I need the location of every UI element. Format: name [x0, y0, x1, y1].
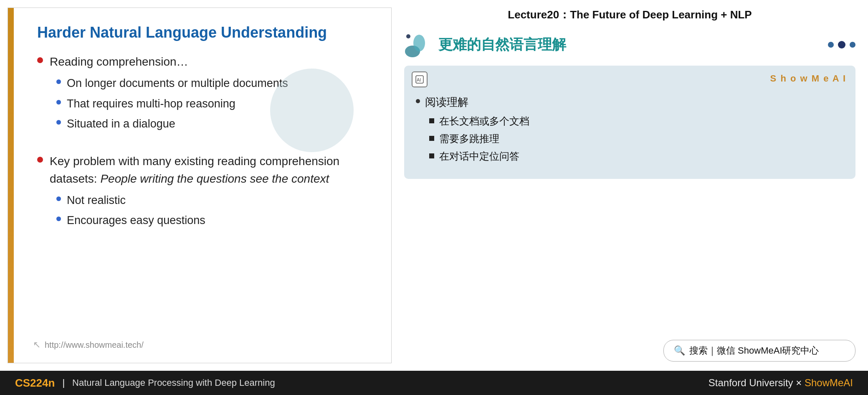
card-bullet-dot	[416, 99, 420, 103]
nav-dots	[828, 41, 855, 48]
nav-dot-1	[828, 42, 834, 48]
circle-decoration	[270, 69, 354, 152]
card-sub-square-3	[429, 153, 434, 158]
sub-text-2-1: Not realistic	[67, 192, 126, 209]
card-sub-1: 在长文档或多个文档	[429, 115, 844, 128]
svg-point-2	[406, 34, 410, 38]
footer-url: http://www.showmeai.tech/	[45, 340, 144, 350]
card-sub-text-1: 在长文档或多个文档	[439, 115, 529, 128]
sub-text-1-3: Situated in a dialogue	[67, 115, 175, 133]
course-subtitle: Natural Language Processing with Deep Le…	[72, 377, 275, 388]
slide-title: Harder Natural Language Understanding	[37, 24, 371, 41]
sub-text-1-2: That requires multi-hop reasoning	[67, 95, 235, 112]
search-box-area: 🔍 搜索｜微信 ShowMeAI研究中心	[404, 340, 855, 362]
sub-bullet-2-1: Not realistic	[56, 192, 371, 209]
cursor-icon: ↖	[33, 339, 40, 350]
x-symbol: ×	[796, 377, 805, 388]
card-brand-label: S h o w M e A I	[770, 73, 846, 84]
wave-icon	[404, 31, 431, 58]
sub-text-2-2: Encourages easy questions	[67, 212, 205, 229]
card-sub-text-2: 需要多跳推理	[439, 132, 499, 145]
sub-bullet-2-2: Encourages easy questions	[56, 212, 371, 229]
sub-dot-1-2	[56, 100, 61, 104]
bullet-dot-red-1	[37, 57, 43, 63]
card-sub-bullets: 在长文档或多个文档 需要多跳推理 在对话中定位问答	[429, 115, 844, 163]
search-placeholder-text: 搜索｜微信 ShowMeAI研究中心	[689, 344, 819, 357]
right-title-chinese: 更难的自然语言理解	[438, 35, 566, 54]
university-label: Stanford University	[709, 377, 793, 388]
bottom-left: CS224n | Natural Language Processing wit…	[15, 377, 275, 390]
main-bullet-text-1: Reading comprehension…	[50, 53, 188, 71]
translation-card: AI S h o w M e A I 阅读理解 在长文档或多个文档 需要多跳推	[404, 66, 855, 179]
sub-dot-1-3	[56, 120, 61, 125]
card-sub-square-1	[429, 118, 434, 123]
bottom-right: Stanford University × ShowMeAI	[709, 377, 853, 389]
slide-border-decoration	[8, 8, 14, 363]
card-main-text: 阅读理解	[425, 95, 468, 110]
main-bullet-1: Reading comprehension…	[37, 53, 371, 71]
bottom-brand: ShowMeAI	[805, 377, 853, 388]
sub-bullets-2: Not realistic Encourages easy questions	[56, 192, 371, 229]
ai-icon: AI	[412, 71, 428, 87]
svg-text:AI: AI	[417, 77, 421, 82]
card-sub-text-3: 在对话中定位问答	[439, 150, 519, 163]
sub-dot-1-1	[56, 79, 61, 84]
sub-text-1-1: On longer documents or multiple document…	[67, 75, 288, 92]
search-input[interactable]: 🔍 搜索｜微信 ShowMeAI研究中心	[663, 340, 855, 362]
course-label: CS224n	[15, 377, 55, 390]
slide-footer: ↖ http://www.showmeai.tech/	[33, 331, 371, 350]
sub-dot-2-2	[56, 217, 61, 221]
slide-left: Harder Natural Language Understanding Re…	[8, 8, 392, 363]
lecture-title: Lecture20：The Future of Deep Learning + …	[404, 0, 855, 26]
card-content: 阅读理解 在长文档或多个文档 需要多跳推理 在对话中定位问答	[416, 95, 844, 163]
search-icon: 🔍	[674, 345, 685, 356]
card-sub-square-2	[429, 136, 434, 141]
bottom-bar: CS224n | Natural Language Processing wit…	[0, 371, 868, 395]
main-bullet-2: Key problem with many existing reading c…	[37, 153, 371, 188]
main-bullet-text-2: Key problem with many existing reading c…	[50, 153, 371, 188]
card-main-bullet: 阅读理解	[416, 95, 844, 110]
slide-right: Lecture20：The Future of Deep Learning + …	[392, 0, 868, 371]
svg-point-1	[413, 35, 425, 51]
nav-dot-3	[850, 42, 855, 48]
sub-dot-2-1	[56, 196, 61, 201]
card-sub-3: 在对话中定位问答	[429, 150, 844, 163]
card-sub-2: 需要多跳推理	[429, 132, 844, 145]
bullet-dot-red-2	[37, 157, 43, 163]
nav-dot-2	[838, 41, 845, 48]
main-bullet-2-block: Key problem with many existing reading c…	[33, 153, 371, 234]
right-title-row: 更难的自然语言理解	[404, 31, 855, 58]
bottom-divider: |	[62, 377, 65, 388]
